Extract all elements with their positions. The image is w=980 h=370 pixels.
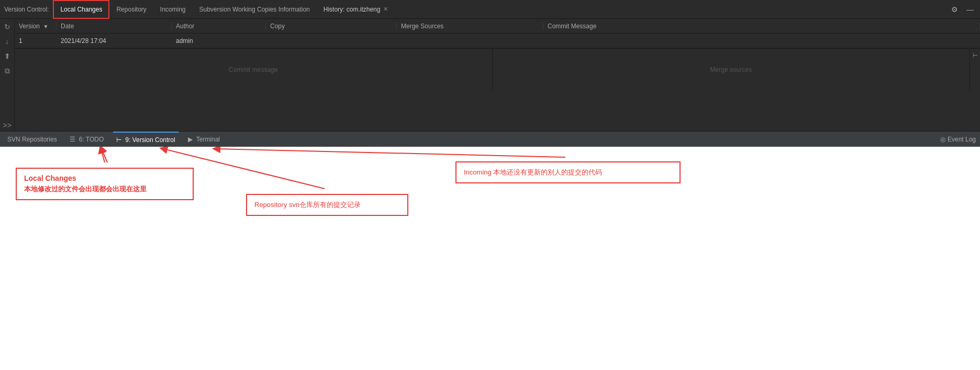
lower-panel: Commit message Merge sources ⊢	[15, 48, 980, 90]
commit-message-placeholder: Commit message	[229, 66, 277, 73]
annotation-local-changes-title: Local Changes	[24, 174, 185, 182]
annotation-area: Local Changes 本地修改过的文件会出现都会出现在这里 Reposit…	[0, 147, 980, 370]
version-control-icon: ⊢	[116, 136, 121, 144]
table-row[interactable]: 1 2021/4/28 17:04 admin	[15, 34, 980, 48]
merge-sources-area: Merge sources	[493, 49, 970, 90]
update-icon[interactable]: ↓	[2, 36, 13, 47]
ide-panel: Version Control: Local Changes Repositor…	[0, 0, 980, 147]
svg-line-0	[101, 149, 105, 162]
minimize-icon-button[interactable]: —	[964, 4, 976, 15]
right-toolbar: ⊢	[970, 49, 980, 90]
annotation-repository-body: Repository svn仓库所有的提交记录	[254, 200, 400, 210]
event-log[interactable]: ◎ Event Log	[940, 136, 976, 143]
refresh-icon[interactable]: ↻	[2, 21, 13, 32]
svg-line-3	[216, 149, 565, 157]
th-copy: Copy	[266, 23, 397, 30]
bottom-tab-svn-repos[interactable]: SVN Repositories	[4, 132, 60, 147]
th-commit-message: Commit Message	[543, 23, 980, 30]
tab-close-icon[interactable]: ✕	[383, 6, 388, 13]
bottom-tab-version-control[interactable]: ⊢ 9: Version Control	[113, 132, 178, 147]
main-content-area: ↻ ↓ ⬆ ⧉ >> Version ▼ Date Author Copy	[0, 19, 980, 131]
table-header: Version ▼ Date Author Copy Merge Sources…	[15, 19, 980, 34]
td-date: 2021/4/28 17:04	[57, 37, 172, 45]
search-icon: ◎	[940, 136, 945, 143]
th-version: Version ▼	[15, 23, 57, 30]
todo-icon: ☰	[70, 136, 75, 143]
td-author: admin	[172, 37, 266, 45]
tab-repository[interactable]: Repository	[109, 0, 153, 19]
bottom-tab-terminal[interactable]: ▶ Terminal	[185, 132, 223, 147]
commit-message-area: Commit message	[15, 49, 493, 90]
table-panel: Version ▼ Date Author Copy Merge Sources…	[15, 19, 980, 131]
tab-incoming[interactable]: Incoming	[153, 0, 193, 19]
copy-icon[interactable]: ⧉	[2, 65, 13, 77]
commit-icon[interactable]: ⬆	[2, 50, 13, 62]
expand-icon[interactable]: >>	[2, 119, 13, 131]
left-toolbar: ↻ ↓ ⬆ ⧉ >>	[0, 19, 15, 131]
annotation-local-changes-subtitle: 本地修改过的文件会出现都会出现在这里	[24, 184, 185, 194]
th-author: Author	[172, 23, 266, 30]
tab-history[interactable]: History: com.itzheng ✕	[317, 0, 395, 19]
tab-bar: Version Control: Local Changes Repositor…	[0, 0, 980, 19]
td-version: 1	[15, 37, 57, 45]
svg-line-1	[102, 149, 107, 162]
th-merge-sources: Merge Sources	[397, 23, 543, 30]
tab-settings-area: ⚙ —	[949, 4, 980, 15]
ide-content: Version Control: Local Changes Repositor…	[0, 0, 980, 147]
bottom-tab-todo[interactable]: ☰ 6: TODO	[66, 132, 107, 147]
settings-icon-button[interactable]: ⚙	[949, 4, 960, 15]
annotation-incoming: Incoming 本地还没有更新的别人的提交的代码	[455, 161, 681, 183]
right-toolbar-icon[interactable]: ⊢	[970, 51, 981, 61]
sort-arrow-icon: ▼	[43, 24, 48, 29]
tab-local-changes[interactable]: Local Changes	[53, 0, 109, 19]
terminal-icon: ▶	[188, 136, 193, 143]
annotation-repository: Repository svn仓库所有的提交记录	[246, 194, 408, 216]
annotation-local-changes: Local Changes 本地修改过的文件会出现都会出现在这里	[16, 168, 194, 200]
bottom-bar: SVN Repositories ☰ 6: TODO ⊢ 9: Version …	[0, 131, 980, 147]
th-date: Date	[57, 23, 172, 30]
annotation-incoming-body: Incoming 本地还没有更新的别人的提交的代码	[464, 168, 672, 177]
merge-sources-placeholder: Merge sources	[710, 66, 752, 73]
version-control-label: Version Control:	[4, 6, 49, 13]
tab-svn-info[interactable]: Subversion Working Copies Information	[193, 0, 317, 19]
